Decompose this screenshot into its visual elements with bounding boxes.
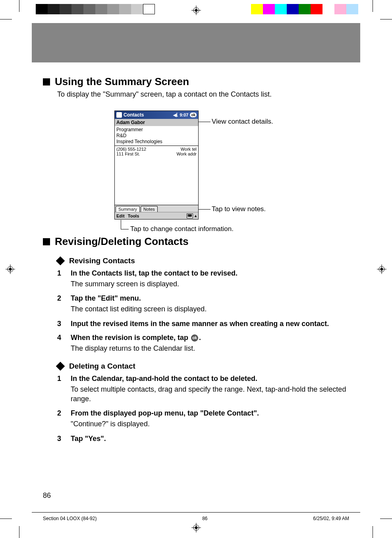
square-bullet-icon	[43, 238, 50, 245]
registration-mark-icon	[377, 264, 386, 274]
step: 1In the Calendar, tap-and-hold the conta…	[57, 375, 349, 404]
keyboard-icon[interactable]: ⌨	[187, 214, 193, 218]
contact-phone-label: Work tel	[181, 147, 197, 151]
step: 4When the revision is complete, tap ok.T…	[57, 334, 349, 353]
step-body: The summary screen is displayed.	[71, 279, 349, 289]
step-title: Tap "Yes".	[71, 435, 106, 443]
ppc-time: 9:07	[180, 113, 188, 117]
step-body: The contact list editing screen is displ…	[71, 304, 349, 314]
contact-dept: R&D	[116, 133, 197, 139]
menu-tools[interactable]: Tools	[128, 214, 139, 218]
ok-icon: ok	[191, 334, 198, 342]
contact-company: Inspired Technologies	[116, 139, 197, 145]
step-body: "Continue?" is displayed.	[71, 419, 349, 429]
tab-summary[interactable]: Summary	[116, 206, 140, 212]
header-band	[32, 23, 360, 62]
footer-right: 6/25/02, 9:49 AM	[313, 516, 349, 521]
ppc-menubar: Edit Tools ⌨ ▴	[115, 212, 198, 219]
up-arrow-icon[interactable]: ▴	[195, 214, 197, 218]
step-number: 1	[57, 375, 71, 383]
tab-notes[interactable]: Notes	[141, 206, 158, 212]
callout-view-details: View contact details.	[212, 118, 273, 126]
intro-text: To display the "Summary" screen, tap a c…	[57, 90, 349, 99]
step: 3Input the revised items in the same man…	[57, 320, 349, 328]
square-bullet-icon	[43, 78, 50, 85]
registration-mark-icon	[191, 523, 201, 532]
step-title: In the Contacts list, tap the contact to…	[71, 269, 238, 278]
page-number: 86	[43, 491, 51, 500]
callout-change-info: Tap to change contact information.	[130, 225, 234, 233]
step-number: 2	[57, 294, 71, 303]
contact-addr-label: Work addr	[176, 151, 197, 156]
registration-mark-icon	[191, 6, 201, 15]
step-number: 4	[57, 334, 71, 342]
step-title: When the revision is complete, tap ok.	[71, 334, 201, 342]
ok-button[interactable]: ok	[190, 113, 197, 117]
step: 2From the displayed pop-up menu, tap "De…	[57, 409, 349, 429]
contact-role: Programmer	[116, 127, 197, 133]
subhead-deleting: Deleting a Contact	[57, 362, 349, 371]
contact-name-row: Adam Gabor	[115, 119, 198, 126]
subhead-revising: Revising Contacts	[57, 256, 349, 265]
ppc-title: Contacts	[124, 112, 144, 118]
step-body: To select multiple contacts, drag and sp…	[71, 385, 349, 404]
ppc-tabs: Summary Notes	[115, 205, 198, 212]
contact-info: (206) 555-1212Work tel 111 First St.Work…	[115, 146, 198, 157]
color-bar-left	[36, 4, 155, 14]
step-title: In the Calendar, tap-and-hold the contac…	[71, 375, 257, 383]
heading-text: Revising/Deleting Contacts	[55, 235, 189, 248]
step-number: 1	[57, 269, 71, 278]
footer: Section 04 LOOX (84-92) 86 6/25/02, 9:49…	[43, 516, 349, 521]
footer-rule	[32, 512, 360, 513]
menu-edit[interactable]: Edit	[116, 214, 125, 218]
diamond-bullet-icon	[56, 256, 65, 266]
step-number: 3	[57, 320, 71, 328]
step-title: Tap the "Edit" menu.	[71, 294, 141, 303]
footer-center: 86	[202, 516, 207, 521]
step: 1In the Contacts list, tap the contact t…	[57, 269, 349, 289]
step: 3Tap "Yes".	[57, 435, 349, 443]
windows-flag-icon	[116, 112, 122, 118]
heading-revising-deleting: Revising/Deleting Contacts	[43, 235, 349, 248]
contact-details: Programmer R&D Inspired Technologies	[115, 126, 198, 146]
callout-view-notes: Tap to view notes.	[212, 205, 266, 213]
contact-addr: 111 First St.	[116, 151, 140, 156]
step-body: The display returns to the Calendar list…	[71, 344, 349, 353]
step-number: 2	[57, 409, 71, 418]
heading-text: Using the Summary Screen	[55, 76, 189, 88]
diamond-bullet-icon	[56, 362, 65, 371]
ppc-screenshot: Contacts ◀ἰ 9:07 ok Adam Gabor Programme…	[114, 111, 199, 219]
footer-left: Section 04 LOOX (84-92)	[43, 516, 97, 521]
registration-mark-icon	[6, 264, 15, 274]
ppc-titlebar: Contacts ◀ἰ 9:07 ok	[115, 111, 198, 119]
step-title: Input the revised items in the same mann…	[71, 320, 329, 328]
step-title: From the displayed pop-up menu, tap "Del…	[71, 409, 259, 418]
color-bar-right	[251, 4, 358, 14]
step: 2Tap the "Edit" menu.The contact list ed…	[57, 294, 349, 314]
heading-using-summary: Using the Summary Screen	[43, 76, 349, 88]
speaker-icon: ◀ἰ	[173, 113, 178, 118]
step-number: 3	[57, 435, 71, 443]
contact-phone: (206) 555-1212	[116, 147, 146, 151]
